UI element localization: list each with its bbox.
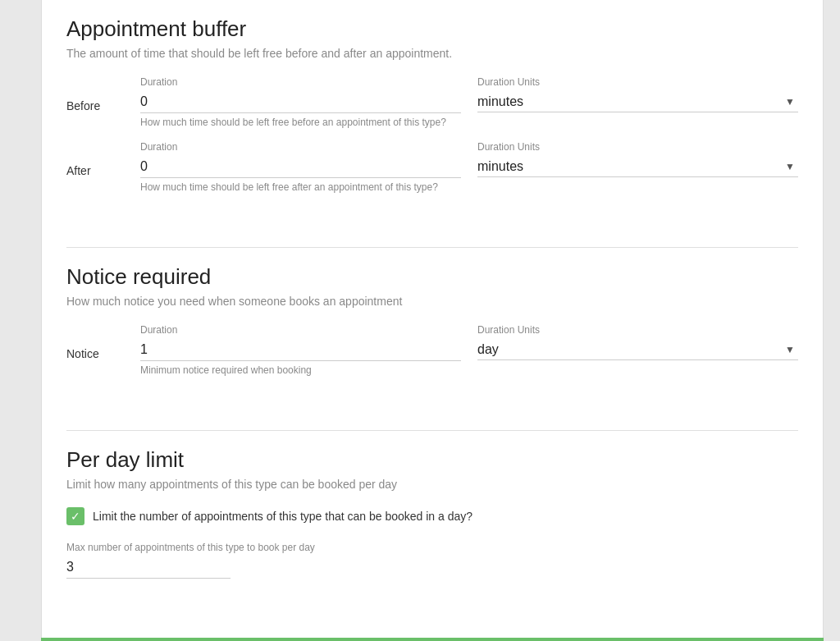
after-row: After Duration How much time should be l… xyxy=(66,141,798,193)
notice-required-description: How much notice you need when someone bo… xyxy=(66,295,798,308)
notice-hint: Minimum notice required when booking xyxy=(140,364,461,376)
after-units-group: Duration Units minutes hours days ▼ xyxy=(477,141,798,193)
notice-duration-label: Duration xyxy=(140,324,461,336)
before-hint: How much time should be left free before… xyxy=(140,117,461,128)
max-appointments-input[interactable] xyxy=(66,556,231,579)
before-duration-group: Duration How much time should be left fr… xyxy=(140,76,461,128)
notice-units-label: Duration Units xyxy=(477,324,798,336)
before-label: Before xyxy=(66,76,140,112)
limit-checkbox-label: Limit the number of appointments of this… xyxy=(93,510,472,523)
before-row: Before Duration How much time should be … xyxy=(66,76,798,128)
before-units-select[interactable]: minutes hours days xyxy=(477,91,798,112)
after-label: After xyxy=(66,141,140,177)
after-duration-input[interactable] xyxy=(140,156,461,178)
after-hint: How much time should be left free after … xyxy=(140,181,461,193)
notice-duration-group: Duration Minimum notice required when bo… xyxy=(140,324,461,376)
notice-label: Notice xyxy=(66,324,140,360)
appointment-buffer-title: Appointment buffer xyxy=(66,16,798,42)
notice-row: Notice Duration Minimum notice required … xyxy=(66,324,798,376)
per-day-limit-section: Per day limit Limit how many appointment… xyxy=(66,447,798,611)
limit-checkbox-row: ✓ Limit the number of appointments of th… xyxy=(66,507,798,525)
per-day-limit-description: Limit how many appointments of this type… xyxy=(66,478,798,491)
per-day-limit-title: Per day limit xyxy=(66,447,798,473)
checkmark-icon: ✓ xyxy=(71,511,80,522)
notice-required-section: Notice required How much notice you need… xyxy=(66,264,798,405)
after-duration-group: Duration How much time should be left fr… xyxy=(140,141,461,193)
before-duration-label: Duration xyxy=(140,76,461,88)
appointment-buffer-description: The amount of time that should be left f… xyxy=(66,47,798,60)
before-units-group: Duration Units minutes hours days ▼ xyxy=(477,76,798,128)
after-units-select[interactable]: minutes hours days xyxy=(477,156,798,176)
notice-units-group: Duration Units day days hours minutes ▼ xyxy=(477,324,798,376)
before-units-label: Duration Units xyxy=(477,76,798,88)
max-appointments-section: Max number of appointments of this type … xyxy=(66,542,798,595)
after-units-label: Duration Units xyxy=(477,141,798,153)
notice-required-title: Notice required xyxy=(66,264,798,290)
bottom-bar xyxy=(41,638,824,641)
notice-units-select[interactable]: day days hours minutes xyxy=(477,339,798,359)
after-duration-label: Duration xyxy=(140,141,461,153)
appointment-buffer-section: Appointment buffer The amount of time th… xyxy=(66,16,798,222)
before-duration-input[interactable] xyxy=(140,91,461,113)
max-appointments-label: Max number of appointments of this type … xyxy=(66,542,798,553)
limit-checkbox-wrapper[interactable]: ✓ xyxy=(66,507,84,525)
notice-duration-input[interactable] xyxy=(140,339,461,361)
